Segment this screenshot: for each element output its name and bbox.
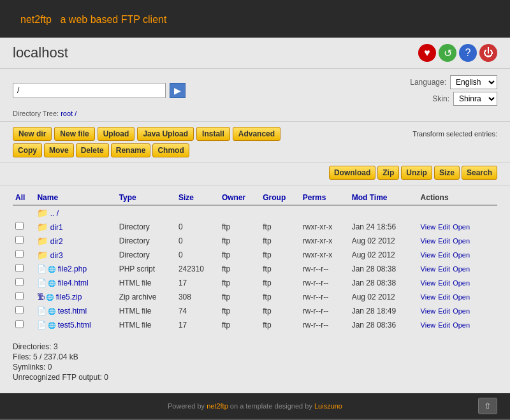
globe-icon: 🌐	[46, 294, 54, 301]
file-size: 74	[176, 304, 219, 318]
file-actions: ViewEditOpen	[418, 290, 497, 304]
col-size[interactable]: Size	[176, 191, 219, 205]
action-view-link[interactable]: View	[421, 279, 436, 287]
action-open-link[interactable]: Open	[453, 293, 470, 301]
file-owner: ftp	[219, 290, 260, 304]
rename-button[interactable]: Rename	[111, 143, 151, 157]
file-owner	[219, 205, 260, 220]
action-edit-link[interactable]: Edit	[438, 265, 450, 273]
col-mod-time[interactable]: Mod Time	[349, 191, 418, 205]
file-name-link[interactable]: test.html	[58, 307, 87, 315]
new-dir-button[interactable]: New dir	[13, 127, 52, 141]
file-name-link[interactable]: file4.html	[58, 279, 89, 287]
row-checkbox[interactable]	[15, 292, 24, 300]
action-edit-link[interactable]: Edit	[438, 279, 450, 287]
col-all[interactable]: All	[13, 191, 34, 205]
action-view-link[interactable]: View	[421, 293, 436, 301]
path-go-button[interactable]: ▶	[170, 83, 186, 98]
file-name-link[interactable]: dir2	[50, 237, 63, 246]
page-title: localhost	[13, 45, 68, 61]
file-actions: ViewEditOpen	[418, 248, 497, 262]
col-owner[interactable]: Owner	[219, 191, 260, 205]
table-row: 📄🌐 file2.phpPHP script242310ftpftprw-r--…	[13, 262, 497, 276]
help-icon[interactable]: ?	[459, 44, 477, 62]
chmod-button[interactable]: Chmod	[152, 143, 189, 157]
refresh-icon[interactable]: ↺	[439, 44, 456, 62]
search-button[interactable]: Search	[462, 166, 497, 180]
action-view-link[interactable]: View	[421, 307, 436, 315]
file-icon-wrap: 🗜🌐	[37, 293, 54, 301]
unzip-button[interactable]: Unzip	[401, 166, 432, 180]
row-checkbox[interactable]	[15, 278, 24, 286]
file-name-link[interactable]: .. /	[50, 209, 59, 218]
row-checkbox[interactable]	[15, 264, 24, 272]
action-open-link[interactable]: Open	[453, 251, 470, 259]
file-name-link[interactable]: dir3	[50, 251, 63, 260]
action-edit-link[interactable]: Edit	[438, 307, 450, 315]
action-open-link[interactable]: Open	[453, 265, 470, 273]
file-name-link[interactable]: test5.html	[58, 321, 91, 329]
java-upload-button[interactable]: Java Upload	[137, 127, 194, 141]
col-name[interactable]: Name	[34, 191, 116, 205]
action-edit-link[interactable]: Edit	[438, 223, 450, 231]
footer-designer-link[interactable]: Luiszuno	[314, 402, 342, 410]
download-button[interactable]: Download	[329, 166, 375, 180]
heart-icon[interactable]: ♥	[418, 44, 436, 62]
power-icon[interactable]: ⏻	[479, 44, 497, 62]
brand: net2ftp a web based FTP client	[15, 11, 166, 25]
delete-button[interactable]: Delete	[76, 143, 109, 157]
folder-icon: 📁	[37, 222, 48, 232]
path-input[interactable]	[13, 83, 166, 98]
file-owner: ftp	[219, 262, 260, 276]
file-table-wrap: All Name Type Size Owner Group Perms Mod…	[0, 185, 510, 337]
file-size: 242310	[176, 262, 219, 276]
action-open-link[interactable]: Open	[453, 321, 470, 329]
size-button[interactable]: Size	[434, 166, 460, 180]
zip-button[interactable]: Zip	[377, 166, 399, 180]
file-actions: ViewEditOpen	[418, 234, 497, 248]
upload-button[interactable]: Upload	[98, 127, 135, 141]
path-bar: ▶ Language: English French Spanish Germa…	[0, 69, 510, 108]
skin-label: Skin:	[432, 94, 449, 103]
folder-icon: 📁	[37, 250, 48, 260]
language-select[interactable]: English French Spanish German	[450, 75, 497, 89]
file-name-link[interactable]: file5.zip	[56, 293, 82, 301]
row-checkbox[interactable]	[15, 250, 24, 258]
row-checkbox[interactable]	[15, 306, 24, 314]
new-file-button[interactable]: New file	[54, 127, 94, 141]
scroll-top-button[interactable]: ⇧	[478, 398, 497, 414]
action-edit-link[interactable]: Edit	[438, 293, 450, 301]
header: net2ftp a web based FTP client	[0, 0, 510, 38]
action-view-link[interactable]: View	[421, 251, 436, 259]
file-name-link[interactable]: file2.php	[58, 264, 87, 273]
action-view-link[interactable]: View	[421, 265, 436, 273]
col-group[interactable]: Group	[260, 191, 300, 205]
summary: Directories: 3 Files: 5 / 237.04 kB Syml…	[0, 337, 510, 393]
action-view-link[interactable]: View	[421, 223, 436, 231]
dir-tree-link[interactable]: root /	[61, 110, 76, 117]
footer-net2ftp-link[interactable]: net2ftp	[207, 402, 230, 410]
action-edit-link[interactable]: Edit	[438, 237, 450, 245]
action-open-link[interactable]: Open	[453, 307, 470, 315]
col-type[interactable]: Type	[117, 191, 176, 205]
action-view-link[interactable]: View	[421, 321, 436, 329]
action-open-link[interactable]: Open	[453, 279, 470, 287]
action-open-link[interactable]: Open	[453, 223, 470, 231]
install-button[interactable]: Install	[196, 127, 230, 141]
file-size: 308	[176, 290, 219, 304]
action-edit-link[interactable]: Edit	[438, 251, 450, 259]
advanced-button[interactable]: Advanced	[233, 127, 280, 141]
action-open-link[interactable]: Open	[453, 237, 470, 245]
col-perms[interactable]: Perms	[300, 191, 349, 205]
row-checkbox[interactable]	[15, 236, 24, 244]
move-button[interactable]: Move	[44, 143, 74, 157]
summary-directories: Directories: 3	[13, 342, 497, 351]
row-checkbox[interactable]	[15, 320, 24, 328]
skin-select[interactable]: Shinra Default	[453, 92, 497, 106]
file-name-link[interactable]: dir1	[50, 223, 63, 232]
row-checkbox[interactable]	[15, 222, 24, 230]
copy-button[interactable]: Copy	[13, 143, 42, 157]
file-icon-wrap: 📁	[37, 250, 48, 260]
action-edit-link[interactable]: Edit	[438, 321, 450, 329]
action-view-link[interactable]: View	[421, 237, 436, 245]
